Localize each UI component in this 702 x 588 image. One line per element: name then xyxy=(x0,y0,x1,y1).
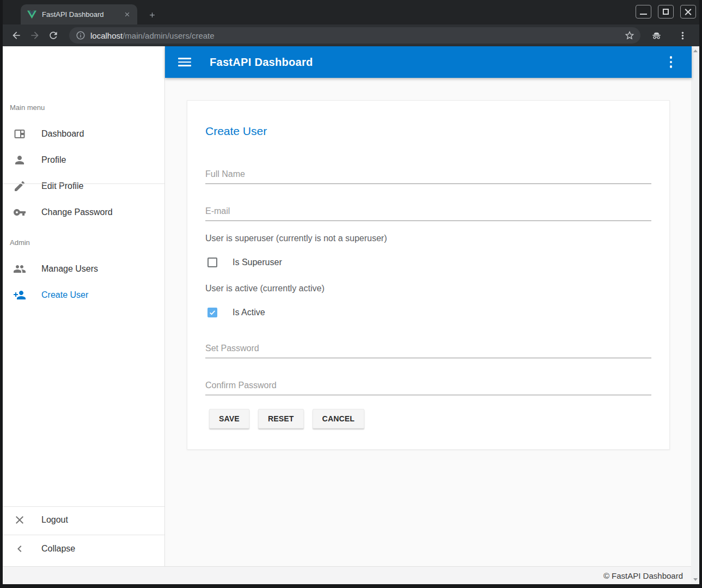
sidebar-item-dashboard[interactable]: Dashboard xyxy=(3,121,164,147)
full-name-label: Full Name xyxy=(205,169,245,179)
is-superuser-checkbox[interactable]: Is Superuser xyxy=(207,257,282,268)
confirm-password-field[interactable]: Confirm Password xyxy=(205,377,651,395)
confirm-password-label: Confirm Password xyxy=(205,381,277,390)
is-active-checkbox[interactable]: Is Active xyxy=(207,307,265,318)
person-add-icon xyxy=(13,289,26,302)
sidebar-item-create-user[interactable]: Create User xyxy=(3,282,164,308)
tab-title: FastAPI Dashboard xyxy=(42,10,122,19)
sidebar-item-manage-users[interactable]: Manage Users xyxy=(3,256,164,282)
sidebar-item-label: Profile xyxy=(41,155,66,165)
url-host: localhost xyxy=(90,31,123,40)
sidebar-item-label: Dashboard xyxy=(41,129,84,139)
scrollbar-down-icon[interactable] xyxy=(691,575,699,584)
create-user-card: Create User Full Name E-mail User is sup… xyxy=(187,100,670,450)
form-actions: SAVE RESET CANCEL xyxy=(209,409,364,428)
person-icon xyxy=(13,154,26,167)
app-menu-kebab-icon[interactable] xyxy=(664,56,677,69)
vue-favicon-icon xyxy=(27,10,36,19)
sidebar-item-label: Create User xyxy=(41,290,88,300)
tab-close-icon[interactable] xyxy=(122,10,132,20)
url-path: /main/admin/users/create xyxy=(123,31,214,40)
full-name-field[interactable]: Full Name xyxy=(205,166,651,184)
sidebar-section-main-menu-label: Main menu xyxy=(10,103,45,112)
app-bar: FastAPI Dashboard xyxy=(165,46,692,78)
browser-toolbar: localhost/main/admin/users/create xyxy=(3,24,699,46)
incognito-icon xyxy=(647,26,666,45)
browser-window: FastAPI Dashboard localh xyxy=(0,0,702,588)
is-active-label: Is Active xyxy=(233,308,265,317)
close-window-button[interactable] xyxy=(680,5,696,19)
page-info-icon[interactable] xyxy=(76,30,86,40)
sidebar-item-label: Manage Users xyxy=(41,264,98,274)
scrollbar-up-icon[interactable] xyxy=(691,47,699,55)
sidebar-item-label: Change Password xyxy=(41,207,113,217)
save-button[interactable]: SAVE xyxy=(209,409,249,428)
minimize-button[interactable] xyxy=(636,5,651,19)
sidebar-item-label: Collapse xyxy=(41,544,75,554)
forward-icon[interactable] xyxy=(26,26,44,45)
checkbox-unchecked-icon[interactable] xyxy=(207,258,217,267)
browser-tab[interactable]: FastAPI Dashboard xyxy=(21,4,137,24)
bookmark-star-icon[interactable] xyxy=(624,30,635,41)
active-note: User is active (currently active) xyxy=(205,284,325,293)
page-title: Create User xyxy=(205,125,267,138)
sidebar: Main menu Dashboard Profile Edit Profile xyxy=(3,46,165,566)
is-superuser-label: Is Superuser xyxy=(233,258,282,267)
cancel-button[interactable]: CANCEL xyxy=(313,409,365,428)
dashboard-icon xyxy=(13,127,26,140)
sidebar-item-logout[interactable]: Logout xyxy=(3,507,164,533)
page-scrollbar[interactable] xyxy=(691,46,699,584)
superuser-note: User is superuser (currently is not a su… xyxy=(205,234,387,243)
url-text[interactable]: localhost/main/admin/users/create xyxy=(90,31,624,40)
window-controls xyxy=(636,5,696,19)
sidebar-item-label: Logout xyxy=(41,515,68,525)
back-icon[interactable] xyxy=(7,26,26,45)
sidebar-item-collapse[interactable]: Collapse xyxy=(3,536,164,562)
reset-button[interactable]: RESET xyxy=(258,409,304,428)
tab-strip: FastAPI Dashboard xyxy=(3,0,699,24)
people-icon xyxy=(13,262,26,275)
maximize-button[interactable] xyxy=(658,5,674,19)
checkbox-checked-icon[interactable] xyxy=(207,308,217,317)
sidebar-item-profile[interactable]: Profile xyxy=(3,147,164,173)
app-title: FastAPI Dashboard xyxy=(210,56,313,69)
browser-menu-kebab-icon[interactable] xyxy=(673,26,692,45)
new-tab-icon[interactable] xyxy=(145,8,159,22)
page-footer: © FastAPI Dashboard xyxy=(3,566,691,584)
sidebar-section-admin-label: Admin xyxy=(10,238,30,247)
menu-hamburger-icon[interactable] xyxy=(178,56,191,69)
pencil-icon xyxy=(13,180,26,193)
sidebar-item-edit-profile[interactable]: Edit Profile xyxy=(3,173,164,199)
email-label: E-mail xyxy=(205,206,230,216)
close-icon xyxy=(13,513,26,526)
key-icon xyxy=(13,206,26,219)
url-bar[interactable]: localhost/main/admin/users/create xyxy=(69,27,640,44)
sidebar-item-label: Edit Profile xyxy=(41,181,83,191)
set-password-label: Set Password xyxy=(205,344,259,353)
copyright-text: © FastAPI Dashboard xyxy=(603,571,683,580)
chevron-left-icon xyxy=(13,542,26,555)
sidebar-item-change-password[interactable]: Change Password xyxy=(3,199,164,225)
email-field[interactable]: E-mail xyxy=(205,203,651,221)
reload-icon[interactable] xyxy=(44,26,63,45)
set-password-field[interactable]: Set Password xyxy=(205,340,651,358)
